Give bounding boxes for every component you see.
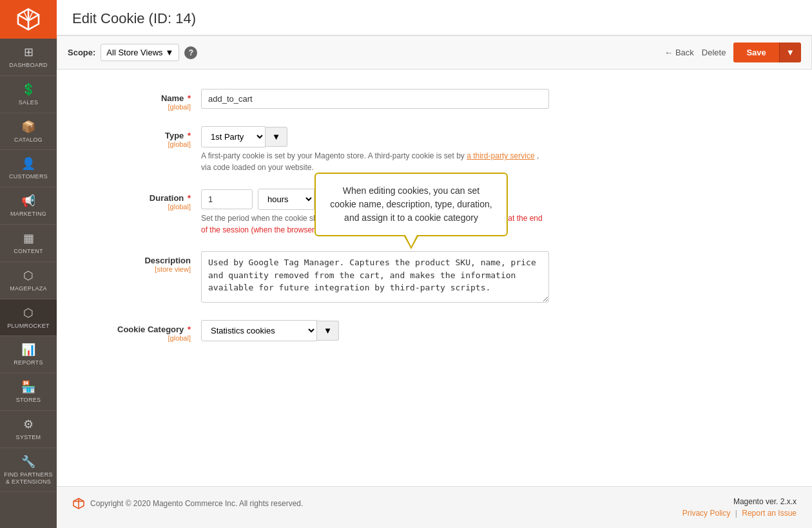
sidebar-item-plumrocket[interactable]: ⬡ PLUMROCKET	[0, 299, 57, 337]
cookie-category-scope: [global]	[72, 334, 191, 342]
toolbar: Scope: All Store Views ▼ ? ← Back Delete…	[57, 35, 812, 70]
cookie-category-label-col: Cookie Category * [global]	[72, 320, 201, 342]
marketing-icon: 📢	[21, 194, 35, 208]
help-icon[interactable]: ?	[184, 46, 197, 59]
sales-icon: 💲	[21, 82, 35, 97]
name-label-col: Name * [global]	[72, 89, 201, 111]
sidebar-item-content-label: CONTENT	[14, 248, 43, 255]
sidebar-item-customers[interactable]: 👤 CUSTOMERS	[0, 150, 57, 187]
sidebar-item-marketing-label: MARKETING	[10, 211, 46, 218]
back-arrow-icon: ←	[664, 48, 673, 57]
sidebar-item-reports[interactable]: 📊 REPORTS	[0, 336, 57, 373]
delete-label: Delete	[702, 48, 726, 57]
sidebar-item-catalog-label: CATALOG	[14, 137, 43, 144]
main-content: Edit Cookie (ID: 14) Scope: All Store Vi…	[57, 0, 812, 528]
scope-value: All Store Views	[106, 48, 162, 57]
cookie-category-group: Statistics cookies Necessary cookies Mar…	[201, 320, 797, 341]
dashboard-icon: ⊞	[24, 45, 34, 59]
footer: Copyright © 2020 Magento Commerce Inc. A…	[57, 486, 812, 528]
type-control-col: 1st Party 3rd Party ▼ A first-party cook…	[201, 126, 797, 173]
sidebar-item-sales-label: SALES	[19, 99, 39, 106]
cookie-category-btn[interactable]: ▼	[317, 321, 339, 341]
sidebar-item-system[interactable]: ⚙ SYSTEM	[0, 411, 57, 448]
form-row-cookie-category: Cookie Category * [global] Statistics co…	[72, 320, 797, 342]
cookie-category-select[interactable]: Statistics cookies Necessary cookies Mar…	[201, 320, 317, 341]
sidebar-item-system-label: SYSTEM	[16, 434, 41, 441]
sidebar-item-stores-label: STORES	[16, 397, 41, 404]
sidebar-item-find-partners[interactable]: 🔧 FIND PARTNERS & EXTENSIONS	[0, 448, 57, 493]
system-icon: ⚙	[23, 417, 34, 431]
name-label: Name *	[161, 93, 191, 103]
type-select[interactable]: 1st Party 3rd Party	[201, 126, 266, 147]
description-scope: [store view]	[72, 265, 191, 273]
sidebar-item-mageplaza-label: MAGEPLAZA	[10, 285, 47, 292]
description-textarea[interactable]: Used by Google Tag Manager. Captures the…	[201, 251, 549, 303]
back-label: Back	[675, 48, 694, 57]
scope-label: Scope:	[68, 48, 95, 57]
mageplaza-icon: ⬡	[23, 269, 34, 283]
tooltip-overlay: When editing cookies, you can set cookie…	[314, 173, 508, 236]
name-control-col	[201, 89, 797, 109]
type-label: Type *	[165, 131, 191, 140]
find-partners-icon: 🔧	[21, 455, 35, 469]
footer-logo-icon	[72, 497, 85, 510]
description-control-col: Used by Google Tag Manager. Captures the…	[201, 251, 797, 305]
type-label-col: Type * [global]	[72, 126, 201, 148]
back-button[interactable]: ← Back	[664, 48, 694, 57]
type-select-btn[interactable]: ▼	[266, 127, 287, 147]
page-header: Edit Cookie (ID: 14)	[57, 0, 812, 35]
delete-button[interactable]: Delete	[702, 48, 726, 57]
tooltip-text: When editing cookies, you can set cookie…	[330, 185, 492, 223]
privacy-policy-link[interactable]: Privacy Policy	[682, 509, 731, 518]
sidebar-item-dashboard[interactable]: ⊞ DASHBOARD	[0, 39, 57, 76]
cookie-category-control-col: Statistics cookies Necessary cookies Mar…	[201, 320, 797, 341]
sidebar-item-find-partners-label: FIND PARTNERS & EXTENSIONS	[3, 471, 54, 486]
type-select-group: 1st Party 3rd Party ▼	[201, 126, 797, 147]
description-label-col: Description [store view]	[72, 251, 201, 273]
sidebar-logo[interactable]	[0, 0, 57, 39]
report-issue-link[interactable]: Report an Issue	[742, 509, 797, 518]
name-input[interactable]	[201, 89, 549, 109]
sidebar-item-sales[interactable]: 💲 SALES	[0, 76, 57, 113]
sidebar-item-stores[interactable]: 🏪 STORES	[0, 373, 57, 411]
customers-icon: 👤	[21, 156, 35, 171]
name-required-star: *	[188, 93, 191, 103]
sidebar-item-plumrocket-label: PLUMROCKET	[7, 323, 50, 330]
cookie-category-chevron-icon: ▼	[324, 326, 332, 335]
scope-select[interactable]: All Store Views ▼	[101, 44, 179, 61]
footer-right: Magento ver. 2.x.x Privacy Policy | Repo…	[682, 497, 797, 518]
copyright-text: Copyright © 2020 Magento Commerce Inc. A…	[90, 499, 303, 508]
save-button[interactable]: Save	[733, 42, 778, 62]
duration-input[interactable]	[201, 189, 253, 209]
footer-version-value: ver. 2.x.x	[766, 497, 797, 506]
sidebar-item-catalog[interactable]: 📦 CATALOG	[0, 113, 57, 151]
magento-logo-icon	[15, 6, 41, 32]
sidebar-item-reports-label: REPORTS	[14, 359, 43, 366]
tooltip-box: When editing cookies, you can set cookie…	[314, 173, 508, 236]
cookie-category-required-star: *	[188, 325, 191, 334]
catalog-icon: 📦	[21, 120, 35, 134]
sidebar-item-customers-label: CUSTOMERS	[9, 173, 48, 180]
scope-area: Scope: All Store Views ▼ ?	[68, 44, 197, 61]
sidebar-item-marketing[interactable]: 📢 MARKETING	[0, 187, 57, 225]
plumrocket-icon: ⬡	[23, 306, 34, 320]
type-hint-link[interactable]: a third-party service	[467, 151, 534, 160]
duration-label-col: Duration * [global]	[72, 189, 201, 211]
toolbar-actions: ← Back Delete Save ▼	[664, 42, 801, 62]
type-chevron-icon: ▼	[272, 132, 280, 142]
duration-unit-select[interactable]: hours minutes days years	[258, 189, 314, 210]
duration-label: Duration *	[150, 193, 191, 203]
sidebar-item-mageplaza[interactable]: ⬡ MAGEPLAZA	[0, 262, 57, 299]
type-required-star: *	[188, 131, 191, 140]
page-title: Edit Cookie (ID: 14)	[72, 10, 797, 27]
description-label: Description	[144, 256, 191, 265]
save-dropdown-icon: ▼	[786, 48, 795, 57]
reports-icon: 📊	[21, 343, 35, 357]
sidebar: ⊞ DASHBOARD 💲 SALES 📦 CATALOG 👤 CUSTOMER…	[0, 0, 57, 528]
save-dropdown-button[interactable]: ▼	[779, 42, 801, 62]
sidebar-item-content[interactable]: ▦ CONTENT	[0, 225, 57, 262]
form-area: Name * [global] Type * [global]	[57, 70, 812, 486]
duration-scope: [global]	[72, 203, 191, 211]
cookie-category-label: Cookie Category *	[117, 325, 191, 334]
save-button-group: Save ▼	[733, 42, 801, 62]
